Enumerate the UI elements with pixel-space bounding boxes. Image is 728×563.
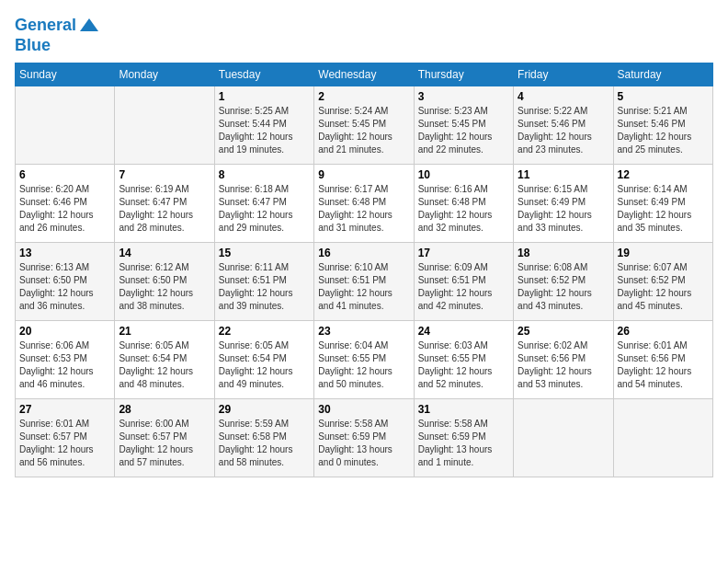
day-content: Sunrise: 6:06 AMSunset: 6:53 PMDaylight:… [19, 339, 110, 391]
day-content: Sunrise: 6:00 AMSunset: 6:57 PMDaylight:… [119, 418, 210, 469]
day-number: 10 [418, 168, 509, 181]
calendar-cell: 4Sunrise: 5:22 AMSunset: 5:46 PMDaylight… [514, 86, 613, 164]
weekday-header-tuesday: Tuesday [214, 63, 313, 86]
day-number: 5 [618, 90, 709, 103]
calendar-cell: 16Sunrise: 6:10 AMSunset: 6:51 PMDayligh… [314, 242, 414, 320]
day-number: 14 [119, 247, 210, 259]
calendar-week-row: 27Sunrise: 6:01 AMSunset: 6:57 PMDayligh… [16, 398, 713, 477]
calendar-week-row: 20Sunrise: 6:06 AMSunset: 6:53 PMDayligh… [16, 320, 713, 398]
weekday-header-row: SundayMondayTuesdayWednesdayThursdayFrid… [16, 63, 713, 86]
day-number: 7 [119, 168, 210, 181]
day-content: Sunrise: 6:05 AMSunset: 6:54 PMDaylight:… [119, 339, 210, 391]
calendar-cell: 26Sunrise: 6:01 AMSunset: 6:56 PMDayligh… [613, 320, 712, 398]
day-number: 13 [19, 247, 110, 259]
calendar-cell: 17Sunrise: 6:09 AMSunset: 6:51 PMDayligh… [414, 242, 513, 320]
day-content: Sunrise: 5:25 AMSunset: 5:44 PMDaylight:… [219, 105, 310, 156]
weekday-header-monday: Monday [115, 63, 214, 86]
calendar-cell: 27Sunrise: 6:01 AMSunset: 6:57 PMDayligh… [16, 398, 115, 477]
day-number: 26 [618, 325, 709, 338]
day-content: Sunrise: 6:17 AMSunset: 6:48 PMDaylight:… [318, 183, 409, 235]
day-number: 21 [119, 325, 210, 338]
calendar-cell: 25Sunrise: 6:02 AMSunset: 6:56 PMDayligh… [514, 320, 613, 398]
day-number: 11 [518, 168, 609, 181]
day-number: 24 [418, 325, 509, 338]
day-number: 19 [618, 247, 709, 259]
logo-text: General Blue [15, 15, 100, 55]
calendar-cell: 8Sunrise: 6:18 AMSunset: 6:47 PMDaylight… [214, 164, 313, 242]
day-content: Sunrise: 5:22 AMSunset: 5:46 PMDaylight:… [518, 105, 609, 156]
calendar-cell: 13Sunrise: 6:13 AMSunset: 6:50 PMDayligh… [16, 242, 115, 320]
day-number: 22 [219, 325, 310, 338]
weekday-header-wednesday: Wednesday [314, 63, 414, 86]
day-content: Sunrise: 6:02 AMSunset: 6:56 PMDaylight:… [518, 339, 609, 391]
calendar-cell: 29Sunrise: 5:59 AMSunset: 6:58 PMDayligh… [214, 398, 313, 477]
day-content: Sunrise: 6:20 AMSunset: 6:46 PMDaylight:… [19, 183, 110, 235]
calendar-cell [613, 398, 712, 477]
calendar-cell: 24Sunrise: 6:03 AMSunset: 6:55 PMDayligh… [414, 320, 513, 398]
logo: General Blue [15, 15, 100, 55]
day-content: Sunrise: 6:09 AMSunset: 6:51 PMDaylight:… [418, 261, 509, 313]
calendar-cell: 6Sunrise: 6:20 AMSunset: 6:46 PMDaylight… [16, 164, 115, 242]
calendar-cell: 1Sunrise: 5:25 AMSunset: 5:44 PMDaylight… [214, 86, 313, 164]
calendar-cell [115, 86, 214, 164]
weekday-header-sunday: Sunday [16, 63, 115, 86]
day-number: 18 [518, 247, 609, 259]
calendar-cell: 14Sunrise: 6:12 AMSunset: 6:50 PMDayligh… [115, 242, 214, 320]
day-content: Sunrise: 6:10 AMSunset: 6:51 PMDaylight:… [318, 261, 409, 313]
day-number: 20 [19, 325, 110, 338]
calendar-cell: 30Sunrise: 5:58 AMSunset: 6:59 PMDayligh… [314, 398, 414, 477]
calendar-cell: 10Sunrise: 6:16 AMSunset: 6:48 PMDayligh… [414, 164, 513, 242]
day-content: Sunrise: 5:58 AMSunset: 6:59 PMDaylight:… [418, 418, 509, 469]
day-number: 8 [219, 168, 310, 181]
weekday-header-thursday: Thursday [414, 63, 513, 86]
day-number: 4 [518, 90, 609, 103]
day-content: Sunrise: 6:08 AMSunset: 6:52 PMDaylight:… [518, 261, 609, 313]
day-content: Sunrise: 6:12 AMSunset: 6:50 PMDaylight:… [119, 261, 210, 313]
day-content: Sunrise: 6:11 AMSunset: 6:51 PMDaylight:… [219, 261, 310, 313]
calendar-cell: 21Sunrise: 6:05 AMSunset: 6:54 PMDayligh… [115, 320, 214, 398]
day-number: 30 [318, 403, 409, 416]
calendar-week-row: 1Sunrise: 5:25 AMSunset: 5:44 PMDaylight… [16, 86, 713, 164]
day-content: Sunrise: 6:15 AMSunset: 6:49 PMDaylight:… [518, 183, 609, 235]
day-content: Sunrise: 5:24 AMSunset: 5:45 PMDaylight:… [318, 105, 409, 156]
day-number: 28 [119, 403, 210, 416]
calendar-cell: 15Sunrise: 6:11 AMSunset: 6:51 PMDayligh… [214, 242, 313, 320]
day-number: 23 [318, 325, 409, 338]
calendar-cell: 3Sunrise: 5:23 AMSunset: 5:45 PMDaylight… [414, 86, 513, 164]
calendar-cell: 9Sunrise: 6:17 AMSunset: 6:48 PMDaylight… [314, 164, 414, 242]
day-number: 12 [618, 168, 709, 181]
day-content: Sunrise: 6:01 AMSunset: 6:57 PMDaylight:… [19, 418, 110, 469]
calendar-cell: 2Sunrise: 5:24 AMSunset: 5:45 PMDaylight… [314, 86, 414, 164]
day-content: Sunrise: 6:13 AMSunset: 6:50 PMDaylight:… [19, 261, 110, 313]
svg-marker-0 [80, 18, 98, 31]
day-content: Sunrise: 6:18 AMSunset: 6:47 PMDaylight:… [219, 183, 310, 235]
day-content: Sunrise: 6:19 AMSunset: 6:47 PMDaylight:… [119, 183, 210, 235]
calendar-cell: 31Sunrise: 5:58 AMSunset: 6:59 PMDayligh… [414, 398, 513, 477]
day-content: Sunrise: 6:05 AMSunset: 6:54 PMDaylight:… [219, 339, 310, 391]
calendar-cell: 19Sunrise: 6:07 AMSunset: 6:52 PMDayligh… [613, 242, 712, 320]
day-content: Sunrise: 6:07 AMSunset: 6:52 PMDaylight:… [618, 261, 709, 313]
day-number: 6 [19, 168, 110, 181]
day-content: Sunrise: 5:59 AMSunset: 6:58 PMDaylight:… [219, 418, 310, 469]
day-content: Sunrise: 6:04 AMSunset: 6:55 PMDaylight:… [318, 339, 409, 391]
day-content: Sunrise: 6:01 AMSunset: 6:56 PMDaylight:… [618, 339, 709, 391]
day-number: 9 [318, 168, 409, 181]
day-number: 29 [219, 403, 310, 416]
day-content: Sunrise: 6:16 AMSunset: 6:48 PMDaylight:… [418, 183, 509, 235]
day-number: 2 [318, 90, 409, 103]
day-number: 27 [19, 403, 110, 416]
day-content: Sunrise: 5:58 AMSunset: 6:59 PMDaylight:… [318, 418, 409, 469]
calendar-cell [16, 86, 115, 164]
calendar-cell: 23Sunrise: 6:04 AMSunset: 6:55 PMDayligh… [314, 320, 414, 398]
page-header: General Blue [15, 15, 713, 55]
day-number: 16 [318, 247, 409, 259]
calendar-cell: 20Sunrise: 6:06 AMSunset: 6:53 PMDayligh… [16, 320, 115, 398]
calendar-table: SundayMondayTuesdayWednesdayThursdayFrid… [15, 63, 713, 477]
calendar-week-row: 6Sunrise: 6:20 AMSunset: 6:46 PMDaylight… [16, 164, 713, 242]
day-number: 15 [219, 247, 310, 259]
day-number: 1 [219, 90, 310, 103]
calendar-cell: 12Sunrise: 6:14 AMSunset: 6:49 PMDayligh… [613, 164, 712, 242]
day-number: 3 [418, 90, 509, 103]
day-number: 25 [518, 325, 609, 338]
day-content: Sunrise: 5:21 AMSunset: 5:46 PMDaylight:… [618, 105, 709, 156]
